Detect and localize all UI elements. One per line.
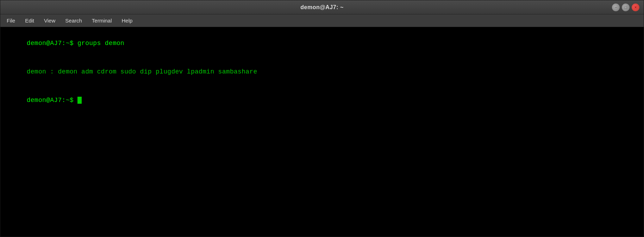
command-1: groups demon: [74, 40, 124, 47]
menu-file[interactable]: File: [2, 16, 20, 25]
menu-edit[interactable]: Edit: [20, 16, 39, 25]
terminal-window: demon@AJ7: ~ − □ × File Edit View Search…: [0, 0, 644, 237]
menubar: File Edit View Search Terminal Help: [0, 14, 644, 27]
minimize-button[interactable]: −: [612, 4, 620, 11]
prompt-1: demon@AJ7:~$: [27, 40, 74, 47]
titlebar: demon@AJ7: ~ − □ ×: [0, 0, 644, 14]
terminal-line-1: demon@AJ7:~$ groups demon: [3, 29, 641, 58]
cursor: [77, 97, 82, 104]
command-active: [74, 97, 77, 104]
menu-terminal[interactable]: Terminal: [87, 16, 117, 25]
menu-view[interactable]: View: [39, 16, 60, 25]
menu-search[interactable]: Search: [60, 16, 87, 25]
output-1: demon : demon adm cdrom sudo dip plugdev…: [27, 68, 257, 75]
terminal-line-3: demon@AJ7:~$: [3, 86, 641, 115]
terminal-line-2: demon : demon adm cdrom sudo dip plugdev…: [3, 58, 641, 86]
window-controls: − □ ×: [612, 4, 639, 11]
close-button[interactable]: ×: [632, 4, 639, 11]
terminal-body[interactable]: demon@AJ7:~$ groups demon demon : demon …: [0, 27, 644, 237]
menu-help[interactable]: Help: [117, 16, 138, 25]
prompt-2: demon@AJ7:~$: [27, 97, 74, 104]
window-title: demon@AJ7: ~: [300, 4, 344, 11]
maximize-button[interactable]: □: [622, 4, 630, 11]
